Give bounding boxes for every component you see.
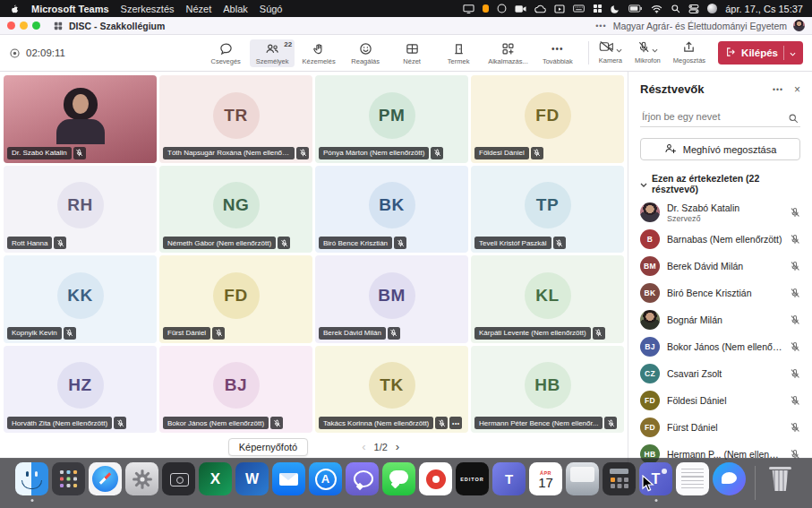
video-tile[interactable]: KL Kárpáti Levente (Nem ellenőrzött) xyxy=(471,255,624,343)
dock-app-store[interactable]: A xyxy=(309,462,343,504)
dock-textedit[interactable] xyxy=(676,462,710,504)
control-center-icon[interactable] xyxy=(688,3,699,14)
menubar-clock[interactable]: ápr. 17., Cs 15:37 xyxy=(725,4,803,14)
mic-off-icon[interactable] xyxy=(790,314,800,325)
dock-finder[interactable] xyxy=(15,462,49,504)
screenshot-button[interactable]: Képernyőfotó xyxy=(228,438,308,456)
video-tile[interactable]: PM Pónya Márton (Nem ellenőrzött) xyxy=(315,75,468,163)
mic-off-icon[interactable] xyxy=(790,207,800,218)
dock-launchpad[interactable] xyxy=(52,462,86,504)
app-menu[interactable]: Microsoft Teams xyxy=(31,4,109,14)
dock-safari[interactable] xyxy=(89,462,123,504)
dock-messages[interactable] xyxy=(382,462,416,504)
page-next-button[interactable]: › xyxy=(396,440,399,453)
video-tile[interactable]: KK Kopnyik Kevin xyxy=(4,255,157,343)
video-tile[interactable]: HZ Horváth Zita (Nem ellenőrzött) xyxy=(4,346,157,434)
dock-pdf[interactable] xyxy=(419,462,453,504)
mic-off-icon[interactable] xyxy=(790,234,800,245)
leave-chevron-icon[interactable] xyxy=(790,47,796,58)
siri-icon[interactable] xyxy=(707,3,717,14)
video-tile[interactable]: Dr. Szabó Katalin xyxy=(4,75,157,163)
video-tile[interactable]: NG Németh Gábor (Nem ellenőrzött) xyxy=(159,166,312,254)
cloud-icon[interactable] xyxy=(534,3,546,14)
video-tile[interactable]: TR Tóth Napsugár Roxána (Nem ellenőrzött… xyxy=(159,75,312,163)
menu-sugo[interactable]: Súgó xyxy=(260,4,283,14)
tab-chat[interactable]: Csevegés xyxy=(203,39,248,67)
tab-view[interactable]: Nézet xyxy=(389,39,434,67)
video-tile[interactable]: FD Fürst Dániel xyxy=(159,255,312,343)
panel-close-button[interactable]: × xyxy=(794,83,800,96)
minimize-window-button[interactable] xyxy=(20,22,28,30)
participant-search-input[interactable] xyxy=(640,108,800,127)
keyboard-icon[interactable] xyxy=(573,3,585,14)
titlebar-more-button[interactable]: ••• xyxy=(595,22,606,30)
share-button[interactable]: Megosztás xyxy=(671,39,707,66)
mic-off-icon[interactable] xyxy=(790,368,800,379)
dock-teams-classic[interactable]: T xyxy=(492,462,526,504)
tab-apps[interactable]: Alkalmazás... xyxy=(483,39,534,67)
focus-moon-icon[interactable] xyxy=(611,3,620,14)
dock-screenshot[interactable] xyxy=(162,462,196,504)
tab-more[interactable]: ••• Továbbiak xyxy=(535,39,580,67)
video-tile[interactable]: BK Biró Bence Krisztián xyxy=(315,166,468,254)
participant-row[interactable]: FD Földesi Dániel xyxy=(640,387,800,414)
profile-avatar[interactable] xyxy=(793,20,805,31)
apple-menu[interactable] xyxy=(9,3,20,15)
participant-row[interactable]: Bognár Milán xyxy=(640,306,800,333)
mic-off-icon[interactable] xyxy=(790,341,800,352)
share-invite-button[interactable]: Meghívó megosztása xyxy=(640,138,800,160)
video-tile[interactable]: HB Hermann Péter Bence (Nem ellenőr... xyxy=(471,346,624,434)
tile-more-button[interactable]: ••• xyxy=(449,417,462,429)
dock-excel[interactable]: X xyxy=(199,462,233,504)
participant-row[interactable]: BK Biró Bence Krisztián xyxy=(640,280,800,306)
dock-calculator[interactable] xyxy=(603,462,637,504)
close-window-button[interactable] xyxy=(7,22,15,30)
dock-settings[interactable] xyxy=(125,462,159,504)
video-tile[interactable]: TP Teveli Kristóf Paszkál xyxy=(471,166,624,254)
in-meeting-section-header[interactable]: Ezen az értekezleten (22 résztvevő) xyxy=(640,173,800,194)
dock-calendar[interactable]: ÁPR17 xyxy=(529,462,563,504)
mic-off-icon[interactable] xyxy=(790,261,800,271)
display-icon[interactable] xyxy=(463,3,474,14)
mic-off-icon[interactable] xyxy=(790,395,800,406)
tab-react[interactable]: Reagálás xyxy=(343,39,388,67)
video-tile[interactable]: TK Takács Korinna (Nem ellenőrzött)••• xyxy=(315,346,468,434)
tab-people[interactable]: 22 Személyek xyxy=(250,39,295,67)
mic-chevron-icon[interactable] xyxy=(652,40,658,56)
camera-chevron-icon[interactable] xyxy=(616,40,622,56)
zoom-window-button[interactable] xyxy=(32,22,40,30)
participant-row[interactable]: Dr. Szabó Katalin Szervező xyxy=(640,199,800,226)
menu-szerkesztes[interactable]: Szerkesztés xyxy=(121,4,175,14)
dock-photo-editor[interactable]: EDITOR xyxy=(456,462,490,504)
dock-mail[interactable] xyxy=(272,462,306,504)
mic-in-use-indicator-icon[interactable] xyxy=(483,3,489,14)
battery-icon[interactable] xyxy=(628,3,643,14)
dock-viber[interactable] xyxy=(346,462,380,504)
participant-row[interactable]: BJ Bokor János (Nem ellenőrzött) xyxy=(640,333,800,360)
participant-row[interactable]: B Barnabas (Nem ellenőrzött) xyxy=(640,226,800,253)
video-tile[interactable]: FD Földesi Dániel xyxy=(471,75,624,163)
menu-ablak[interactable]: Ablak xyxy=(223,4,248,14)
leave-button[interactable]: Kilépés xyxy=(718,41,803,65)
video-tile[interactable]: RH Rott Hanna xyxy=(4,166,157,254)
dock-messenger[interactable] xyxy=(713,462,747,504)
tab-raise-hand[interactable]: Kézemelés xyxy=(296,39,341,67)
video-tile[interactable]: BJ Bokor János (Nem ellenőrzött) xyxy=(159,346,312,434)
participant-row[interactable]: CZ Csavari Zsolt xyxy=(640,360,800,387)
menu-nezet[interactable]: Nézet xyxy=(186,4,212,14)
screen-mirroring-icon[interactable] xyxy=(554,3,565,14)
video-tile[interactable]: BM Berek Dávid Milán xyxy=(315,255,468,343)
camera-status-icon[interactable] xyxy=(515,3,526,14)
mic-off-icon[interactable] xyxy=(790,288,800,298)
dock-preview[interactable] xyxy=(566,462,600,504)
mic-off-icon[interactable] xyxy=(790,422,800,433)
participant-row[interactable]: BM Berek Dávid Milán xyxy=(640,253,800,280)
participant-row[interactable]: FD Fürst Dániel xyxy=(640,414,800,441)
dock-word[interactable]: W xyxy=(235,462,269,504)
tenant-name[interactable]: Magyar Agrár- és Élettudományi Egyetem xyxy=(613,21,787,31)
page-prev-button[interactable]: ‹ xyxy=(362,440,365,453)
spotlight-search-icon[interactable] xyxy=(671,3,680,14)
wifi-icon[interactable] xyxy=(651,3,662,14)
panel-more-button[interactable]: ••• xyxy=(773,85,783,94)
microphone-button[interactable]: Mikrofon xyxy=(633,39,662,66)
